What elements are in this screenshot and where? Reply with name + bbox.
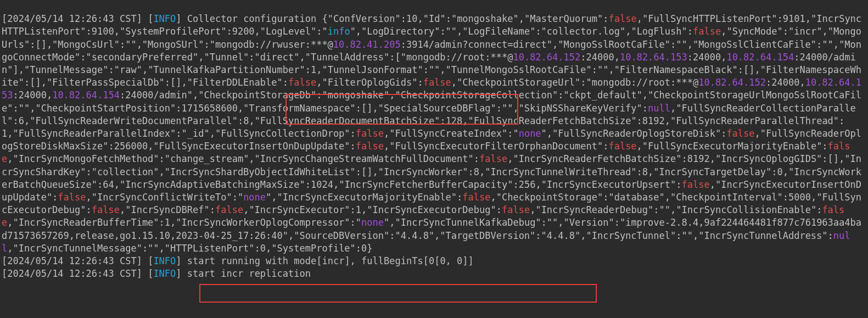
terminal-output: [2024/05/14 12:26:43 CST] [INFO] Collect… [0, 0, 868, 306]
timestamp: 2024/05/14 12:26:43 CST [7, 268, 136, 279]
log-level: INFO [153, 268, 176, 279]
timestamp: 2024/05/14 12:26:43 CST [7, 13, 136, 24]
highlight-box-mode [199, 284, 597, 303]
log-line: [2024/05/14 12:26:43 CST] [INFO] Collect… [2, 13, 861, 254]
log-msg: start incr replication [187, 268, 311, 279]
log-line: [2024/05/14 12:26:43 CST] [INFO] start i… [2, 268, 311, 279]
log-line: [2024/05/14 12:26:43 CST] [INFO] start r… [2, 255, 474, 266]
timestamp: 2024/05/14 12:26:43 CST [7, 255, 136, 266]
log-msg: start running with mode[incr], fullBegin… [187, 255, 474, 266]
log-msg: Collector configuration [187, 13, 316, 24]
log-level: INFO [153, 13, 176, 24]
log-level: INFO [153, 255, 176, 266]
